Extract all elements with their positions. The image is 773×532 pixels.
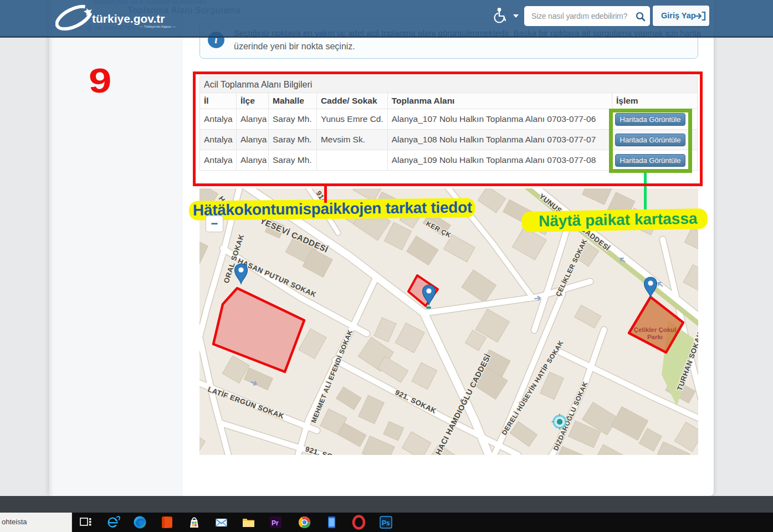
svg-text:Çelikler Çokul: Çelikler Çokul xyxy=(634,326,677,333)
svg-text:Parkı: Parkı xyxy=(647,334,663,340)
svg-text:Pr: Pr xyxy=(272,519,279,527)
svg-text:Ps: Ps xyxy=(382,519,390,527)
svg-text:— Türkiye'nin Kapısı —: — Türkiye'nin Kapısı — xyxy=(140,24,176,28)
svg-text:türkiye.gov.tr: türkiye.gov.tr xyxy=(92,12,165,25)
